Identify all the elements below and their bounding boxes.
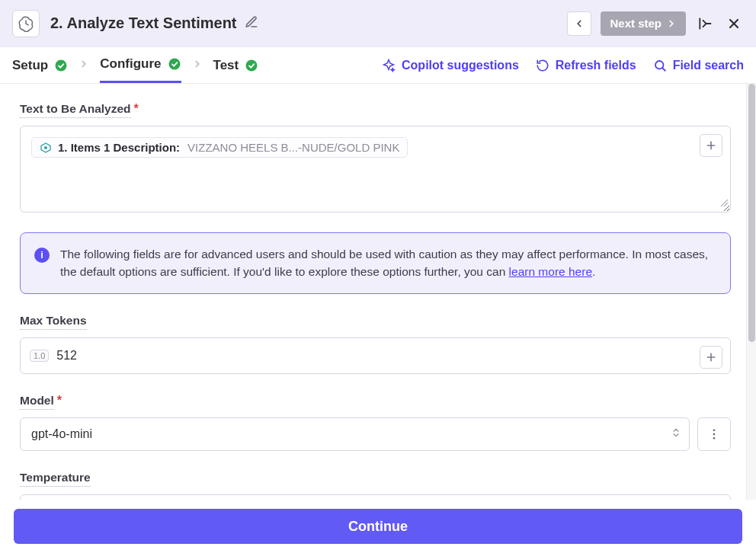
svg-point-10 [44, 146, 47, 149]
model-select[interactable]: gpt-4o-mini [20, 417, 690, 451]
add-field-button[interactable] [700, 346, 722, 369]
svg-point-18 [713, 433, 716, 435]
chevron-right-icon [78, 59, 89, 72]
title-group: 2. Analyze Text Sentiment [50, 14, 258, 32]
info-text-before: The following fields are for advanced us… [60, 248, 708, 278]
info-text-period: . [592, 265, 595, 278]
svg-point-19 [713, 436, 716, 439]
svg-point-4 [56, 59, 67, 71]
chevron-right-icon [192, 59, 203, 72]
expand-icon[interactable] [695, 14, 715, 34]
max-tokens-label: Max Tokens [20, 314, 87, 330]
temperature-label: Temperature [20, 471, 91, 487]
content-wrap: Text to Be Analyzed* 1. Items 1 Descript… [0, 84, 756, 500]
model-value: gpt-4o-mini [31, 427, 92, 441]
tab-configure-label: Configure [100, 56, 161, 72]
field-text-to-analyze: Text to Be Analyzed* 1. Items 1 Descript… [20, 102, 731, 213]
text-input[interactable]: 1. Items 1 Description: VIZZANO HEELS B.… [20, 126, 731, 213]
footer: Continue [0, 500, 756, 553]
svg-line-14 [724, 203, 728, 206]
learn-more-link[interactable]: learn more here [509, 265, 592, 278]
svg-line-8 [662, 68, 665, 70]
tab-configure[interactable]: Configure [100, 47, 181, 83]
max-tokens-input[interactable]: 1.0 512 [20, 337, 731, 374]
scroll-area: Text to Be Analyzed* 1. Items 1 Descript… [0, 84, 746, 500]
tab-actions: Copilot suggestions Refresh fields Field… [382, 59, 744, 72]
prev-step-button[interactable] [567, 11, 591, 36]
model-label: Model [20, 394, 54, 410]
copilot-suggestions-button[interactable]: Copilot suggestions [382, 59, 519, 72]
check-icon [245, 59, 258, 72]
svg-point-17 [713, 429, 716, 431]
field-temperature: Temperature 1.0 1.0 [20, 471, 731, 500]
pill-label: 1. Items 1 Description: [58, 141, 180, 154]
num-type-tag: 1.0 [30, 350, 49, 362]
required-indicator: * [134, 102, 139, 115]
resize-handle-icon[interactable] [719, 197, 729, 210]
header-left: 2. Analyze Text Sentiment [12, 10, 258, 37]
fieldsearch-label: Field search [673, 59, 744, 72]
max-tokens-value: 512 [56, 349, 77, 363]
svg-line-13 [721, 200, 728, 206]
info-icon: i [34, 248, 50, 263]
text-label: Text to Be Analyzed [20, 102, 131, 118]
close-icon[interactable] [724, 14, 744, 34]
next-step-button[interactable]: Next step [601, 11, 686, 36]
info-text: The following fields are for advanced us… [60, 245, 716, 281]
next-step-label: Next step [610, 17, 662, 30]
required-indicator: * [57, 394, 62, 407]
scrollbar[interactable] [746, 84, 756, 500]
edit-title-icon[interactable] [245, 15, 258, 32]
tab-test-label: Test [213, 58, 239, 73]
tab-test[interactable]: Test [213, 49, 259, 82]
pill-value: VIZZANO HEELS B...-NUDE/GOLD PINK [187, 141, 399, 154]
scroll-thumb[interactable] [748, 84, 755, 342]
field-search-button[interactable]: Field search [653, 59, 744, 72]
field-max-tokens: Max Tokens 1.0 512 [20, 314, 731, 374]
svg-point-6 [246, 59, 258, 71]
add-field-button[interactable] [700, 134, 722, 157]
svg-point-5 [168, 59, 180, 70]
tab-setup-label: Setup [12, 58, 48, 73]
continue-button[interactable]: Continue [14, 509, 742, 544]
temperature-input[interactable]: 1.0 1.0 [20, 494, 731, 500]
tab-setup[interactable]: Setup [12, 49, 68, 82]
refresh-label: Refresh fields [556, 59, 636, 72]
model-row: gpt-4o-mini [20, 417, 731, 451]
tab-row: Setup Configure Test Copilot suggest [0, 47, 756, 84]
select-caret-icon [671, 426, 681, 443]
tabs: Setup Configure Test [12, 47, 258, 83]
source-icon [40, 142, 52, 154]
app-icon-openai [12, 10, 40, 37]
check-icon [54, 59, 68, 72]
info-callout: i The following fields are for advanced … [20, 232, 731, 294]
mapped-field-pill[interactable]: 1. Items 1 Description: VIZZANO HEELS B.… [31, 137, 408, 158]
info-box: i The following fields are for advanced … [20, 232, 731, 294]
header-right: Next step [567, 11, 744, 36]
refresh-fields-button[interactable]: Refresh fields [536, 59, 636, 72]
model-more-button[interactable] [697, 417, 731, 451]
field-model: Model* gpt-4o-mini [20, 394, 731, 451]
header-bar: 2. Analyze Text Sentiment Next step [0, 0, 756, 47]
check-icon [168, 57, 181, 71]
step-title: 2. Analyze Text Sentiment [50, 14, 237, 32]
copilot-label: Copilot suggestions [402, 59, 519, 72]
